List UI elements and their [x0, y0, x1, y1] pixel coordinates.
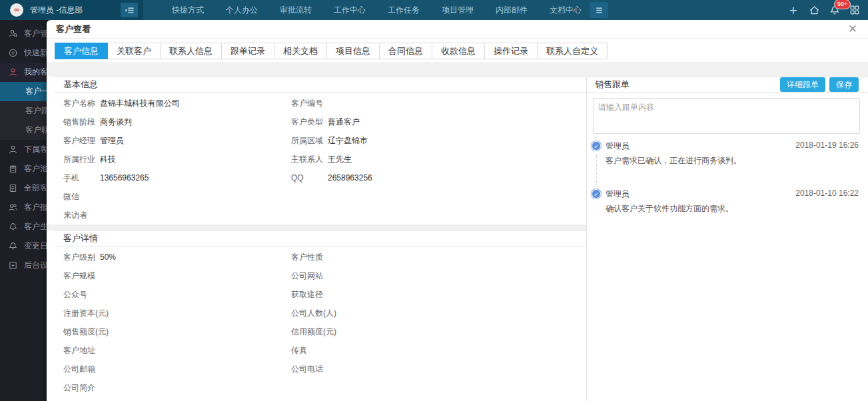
sidebar-item-快速新建[interactable]: 快速新建 [0, 43, 47, 63]
topbar-menu-item[interactable]: 项目管理 [436, 0, 479, 20]
tab-联系人自定义[interactable]: 联系人自定义 [537, 43, 608, 59]
field-label: QQ [291, 173, 328, 183]
field-value: 科技 [100, 154, 291, 165]
follow-entry: ✓管理员2018-01-19 16:26客户需求已确认，正在进行商务谈判。 [587, 138, 868, 166]
field-label: 客户编号 [291, 98, 328, 109]
topbar-menu: 快捷方式个人办公审批流转工作中心工作任务项目管理内部邮件文档中心 [167, 0, 587, 20]
field-label: 公司网站 [291, 270, 328, 282]
tab-项目信息[interactable]: 项目信息 [326, 43, 380, 59]
plus-circle-icon [8, 48, 19, 58]
field-label: 客户类型 [291, 117, 328, 128]
field-label: 传真 [291, 345, 328, 356]
field-label: 来访者 [63, 210, 100, 221]
hamburger-menu-icon[interactable] [590, 2, 608, 18]
section-divider [47, 224, 586, 230]
topbar-brand-area: ∞ 管理员 -信息部 [0, 0, 143, 20]
tab-联系人信息[interactable]: 联系人信息 [160, 43, 222, 59]
tab-相关文档[interactable]: 相关文档 [274, 43, 327, 59]
sidebar-item-我的客户[interactable]: 我的客户 [0, 63, 47, 82]
current-user-label: 管理员 -信息部 [30, 5, 83, 16]
field-value: 普通客户 [328, 117, 586, 128]
follow-timeline: ✓管理员2018-01-19 16:26客户需求已确认，正在进行商务谈判。✓管理… [587, 137, 868, 234]
topbar-menu-item[interactable]: 个人办公 [220, 0, 263, 20]
person-search-icon [8, 29, 19, 39]
sidebar: 客户管理快速新建我的客户客户一览客户跟单客户联系人下属客户客户池全部客户客户报表… [0, 20, 47, 401]
plus-icon[interactable]: ＋ [787, 1, 799, 19]
entry-content: 确认客户关于软件功能方面的需求。 [606, 203, 859, 214]
follow-content-input[interactable] [593, 98, 860, 134]
sidebar-item-label: 客户报表 [24, 202, 47, 213]
field-label: 微信 [63, 191, 100, 202]
field-label: 公司邮箱 [63, 364, 100, 375]
sidebar-item-客户报表[interactable]: 客户报表 [0, 198, 47, 217]
field-row: 销售阶段商务谈判客户类型普通客户 [55, 113, 586, 131]
check-circle-icon: ✓ [592, 189, 601, 199]
sidebar-item-label: 变更日志 [24, 240, 47, 252]
bell-icon[interactable]: 99+ [829, 5, 840, 16]
field-value: 50% [100, 252, 291, 262]
sidebar-item-客户联系人[interactable]: 客户联系人 [0, 121, 47, 140]
field-row: 公司简介 [55, 378, 586, 397]
section-title: 基本信息 [63, 79, 98, 91]
field-row: 公司邮箱公司电话 [55, 360, 586, 378]
topbar-menu-item[interactable]: 内部邮件 [490, 0, 533, 20]
field-row: 注册资本(元)公司人数(人) [55, 304, 586, 322]
field-label: 公司电话 [291, 364, 328, 375]
check-circle-icon: ✓ [592, 141, 601, 151]
field-row: 客户级别50%客户性质 [55, 248, 586, 266]
topbar-menu-item[interactable]: 工作中心 [328, 0, 371, 20]
topbar-menu-item[interactable]: 文档中心 [544, 0, 587, 20]
sidebar-item-客户生日[interactable]: 客户生日 [0, 217, 47, 236]
field-row: 所属行业科技主联系人王先生 [55, 150, 586, 169]
sidebar-item-客户一览[interactable]: 客户一览 [0, 82, 47, 101]
field-label: 获取途径 [291, 289, 328, 300]
person-icon [8, 67, 19, 77]
sidebar-item-下属客户[interactable]: 下属客户 [0, 140, 47, 159]
topbar-menu-item[interactable]: 工作任务 [382, 0, 425, 20]
customer-info-pane: 基本信息 客户名称盘锦丰城科技有限公司客户编号销售阶段商务谈判客户类型普通客户客… [47, 77, 587, 401]
tab-收款信息[interactable]: 收款信息 [432, 43, 485, 59]
close-icon[interactable]: ✕ [848, 23, 857, 35]
field-label: 手机 [63, 173, 100, 184]
notification-badge: 99+ [834, 0, 851, 9]
tab-跟单记录[interactable]: 跟单记录 [221, 43, 274, 59]
section-header-basic: 基本信息 [55, 77, 586, 93]
field-value: 2658963256 [328, 173, 586, 183]
follow-entry: ✓管理员2018-01-10 16:22确认客户关于软件功能方面的需求。 [587, 186, 868, 214]
sidebar-item-label: 快速新建 [24, 47, 47, 59]
save-button[interactable]: 保存 [829, 77, 859, 92]
sidebar-item-变更日志[interactable]: 变更日志 [0, 236, 47, 256]
section-header-detail: 客户详情 [55, 230, 586, 246]
sidebar-item-全部客户[interactable]: 全部客户 [0, 179, 47, 198]
topbar-menu-item[interactable]: 快捷方式 [167, 0, 209, 20]
field-label: 客户经理 [63, 135, 100, 147]
entry-content: 客户需求已确认，正在进行商务谈判。 [606, 155, 859, 166]
collapse-menu-icon[interactable] [121, 3, 138, 17]
field-row: 客户经理管理员所属区域辽宁盘锦市 [55, 131, 586, 150]
field-label: 信用额度(元) [291, 326, 328, 338]
field-label: 客户规模 [63, 270, 100, 282]
sidebar-item-客户管理[interactable]: 客户管理 [0, 24, 47, 43]
home-icon[interactable] [809, 5, 820, 16]
customer-detail-rows: 客户级别50%客户性质客户规模公司网站公众号获取途径注册资本(元)公司人数(人)… [55, 246, 586, 397]
sidebar-item-客户跟单[interactable]: 客户跟单 [0, 101, 47, 121]
field-row: 客户地址传真 [55, 341, 586, 360]
sidebar-item-label: 客户生日 [24, 221, 47, 232]
sidebar-item-后台设置[interactable]: 后台设置 [0, 256, 47, 275]
field-label: 客户名称 [63, 98, 100, 109]
tab-操作记录[interactable]: 操作记录 [484, 43, 538, 59]
tab-关联客户[interactable]: 关联客户 [107, 43, 161, 59]
tab-合同信息[interactable]: 合同信息 [379, 43, 432, 59]
field-label: 所属行业 [63, 154, 100, 165]
grid-apps-icon[interactable] [849, 5, 860, 15]
topbar-menu-item[interactable]: 审批流转 [274, 0, 317, 20]
file-list-icon [8, 183, 19, 193]
field-row: 公众号获取途径 [55, 285, 586, 304]
tab-客户信息[interactable]: 客户信息 [55, 43, 108, 59]
detail-follow-button[interactable]: 详细跟单 [780, 77, 825, 92]
sidebar-item-label: 客户管理 [24, 28, 47, 39]
sidebar-item-客户池[interactable]: 客户池 [0, 159, 47, 179]
field-label: 公众号 [63, 289, 100, 300]
sidebar-item-label: 客户一览 [25, 86, 47, 97]
users-icon [8, 202, 19, 212]
